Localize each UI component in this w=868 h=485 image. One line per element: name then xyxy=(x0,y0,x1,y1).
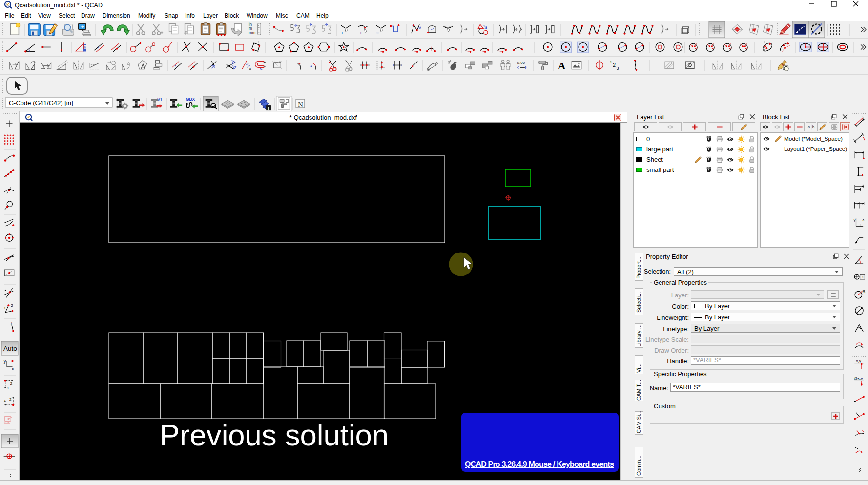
svg-text:G-Code (G41/G42) [in]: G-Code (G41/G42) [in] xyxy=(9,99,73,106)
svg-text:Auto: Auto xyxy=(3,345,17,352)
svg-text:Previous solution: Previous solution xyxy=(160,418,389,452)
svg-text:QCAD Pro 3.26.4.9 Mouse / Key: QCAD Pro 3.26.4.9 Mouse / Keyboard event… xyxy=(465,460,614,468)
